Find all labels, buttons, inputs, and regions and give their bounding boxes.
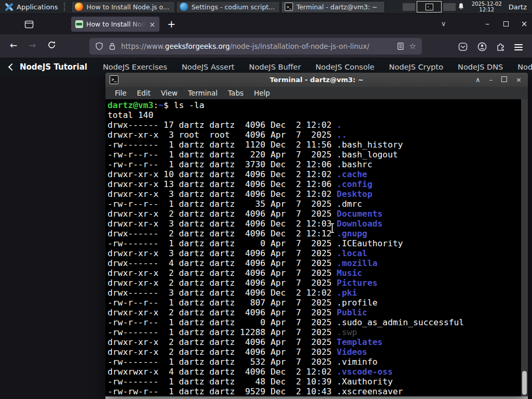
menu-help[interactable]: Help bbox=[249, 89, 275, 97]
terminal-line: drwxr-xr-x 10 dartz dartz 4096 Dec 2 12:… bbox=[108, 169, 528, 179]
menu-edit[interactable]: Edit bbox=[132, 89, 156, 97]
pocket-icon[interactable] bbox=[458, 42, 468, 52]
taskbar-button[interactable]: >_Terminal - dartz@vm3: ~ bbox=[281, 1, 385, 13]
extensions-icon[interactable] bbox=[496, 42, 506, 52]
terminal-shade-button[interactable]: ∧ bbox=[475, 73, 481, 87]
terminal-close-button[interactable]: × bbox=[516, 73, 522, 87]
subnav-item[interactable]: NodeJS DNS bbox=[458, 63, 503, 71]
terminal-line: drwx------ 17 dartz dartz 4096 Dec 2 12:… bbox=[108, 120, 528, 130]
forward-button[interactable]: → bbox=[25, 40, 39, 50]
terminal-body[interactable]: dartz@vm3:~$ ls -latotal 140drwx------ 1… bbox=[105, 99, 528, 396]
browser-tab-bar: How to Install Node.js on × + ∨ – × bbox=[0, 14, 532, 34]
browser-maximize-button[interactable] bbox=[500, 19, 512, 29]
terminal-line: -rw-r--r-- 1 dartz dartz 35 Apr 7 2025 .… bbox=[108, 199, 528, 209]
taskbar-button[interactable]: Settings - codium script... bbox=[176, 1, 280, 13]
subnav-tutorial-link[interactable]: NodeJS Tutorial bbox=[20, 62, 87, 72]
terminal-line: drwx------ 4 dartz dartz 4096 Apr 7 2025… bbox=[108, 258, 528, 268]
terminal-scrollbar[interactable] bbox=[521, 99, 528, 396]
terminal-line: drwxr-xr-x 2 dartz dartz 4096 Apr 7 2025… bbox=[108, 337, 528, 347]
subnav-item[interactable]: NodeJS Buffer bbox=[249, 63, 301, 71]
shield-icon[interactable] bbox=[95, 42, 103, 50]
url-bar[interactable]: https://www.geeksforgeeks.org/node-js/in… bbox=[89, 38, 422, 55]
terminal-line: drwxrwxr-x 4 dartz dartz 4096 Dec 2 12:0… bbox=[108, 367, 528, 377]
workspace-cell[interactable] bbox=[403, 3, 415, 11]
terminal-line: -rw------- 1 dartz dartz 0 Apr 7 2025 .I… bbox=[108, 238, 528, 248]
subnav-item[interactable]: NodeJS Exercises bbox=[103, 63, 167, 71]
terminal-window: >_ Terminal - dartz@vm3: ~ ∧ – × FileEdi… bbox=[105, 73, 528, 396]
menu-view[interactable]: View bbox=[156, 89, 183, 97]
terminal-line: drwxr-xr-x 13 dartz dartz 4096 Dec 2 12:… bbox=[108, 179, 528, 189]
terminal-window-controls: ∧ – × bbox=[475, 73, 528, 87]
taskbar-button-label: How to Install Node.js o... bbox=[86, 3, 169, 11]
menu-tabs[interactable]: Tabs bbox=[223, 89, 249, 97]
new-tab-button[interactable]: + bbox=[167, 18, 176, 30]
terminal-maximize-button[interactable] bbox=[501, 73, 507, 87]
username[interactable]: Dartz bbox=[509, 3, 527, 11]
terminal-menubar: FileEditViewTerminalTabsHelp bbox=[105, 87, 528, 99]
list-tabs-chevron-icon[interactable]: ∨ bbox=[441, 20, 446, 28]
terminal-minimize-button[interactable]: – bbox=[489, 73, 493, 87]
browser-close-button[interactable]: × bbox=[518, 19, 530, 29]
workspace-switcher[interactable]: >_ bbox=[403, 1, 456, 12]
terminal-line: drwxr-xr-x 2 dartz dartz 4096 Apr 7 2025… bbox=[108, 308, 528, 317]
clock[interactable]: 2025-12-02 12:12 bbox=[472, 1, 502, 12]
reload-button[interactable] bbox=[45, 41, 58, 51]
url-text[interactable]: https://www.geeksforgeeks.org/node-js/in… bbox=[121, 42, 392, 50]
terminal-line: -rw-r--r-- 1 dartz dartz 807 Apr 7 2025 … bbox=[108, 298, 528, 308]
taskbar-button-label: Settings - codium script... bbox=[191, 3, 274, 11]
workspace-cell-active[interactable]: >_ bbox=[417, 1, 442, 12]
panel-separator bbox=[64, 3, 69, 11]
workspace-cell[interactable] bbox=[443, 3, 456, 11]
taskbar-button[interactable]: How to Install Node.js o... bbox=[71, 1, 175, 13]
terminal-line: drwxr-xr-x 2 dartz dartz 4096 Apr 7 2025… bbox=[108, 209, 528, 219]
terminal-line: -rw-rw-r-- 1 dartz dartz 9529 Dec 2 10:4… bbox=[108, 387, 528, 396]
terminal-line: -rw------- 1 dartz dartz 1120 Dec 2 11:5… bbox=[108, 140, 528, 150]
applications-label: Applications bbox=[17, 3, 58, 11]
lock-icon[interactable] bbox=[108, 42, 116, 50]
menu-icon[interactable] bbox=[514, 43, 525, 53]
terminal-line: drwxr-xr-x 2 dartz dartz 4096 Apr 7 2025… bbox=[108, 278, 528, 288]
menu-terminal[interactable]: Terminal bbox=[183, 89, 223, 97]
applications-logo-icon bbox=[5, 3, 14, 11]
applications-menu-button[interactable]: Applications bbox=[0, 0, 62, 14]
terminal-line: drwxr-xr-x 3 dartz dartz 4096 Apr 7 2025… bbox=[108, 248, 528, 258]
terminal-line: -rw-r--r-- 1 dartz dartz 220 Apr 7 2025 … bbox=[108, 150, 528, 159]
terminal-line: total 140 bbox=[108, 110, 528, 120]
tab-close-icon[interactable]: × bbox=[149, 20, 155, 29]
terminal-output: dartz@vm3:~$ ls -latotal 140drwx------ 1… bbox=[105, 99, 528, 396]
terminal-scrollbar-thumb[interactable] bbox=[522, 371, 527, 395]
subnav-item[interactable]: NodeJS Console bbox=[315, 63, 375, 71]
back-button[interactable]: ← bbox=[7, 40, 20, 50]
browser-toolbar: ← → https://www.geeksforgeeks.org/node-j… bbox=[0, 34, 532, 58]
terminal-line: -rw------- 1 dartz dartz 12288 Apr 7 202… bbox=[108, 327, 528, 337]
firefox-view-icon[interactable] bbox=[24, 19, 34, 30]
terminal-line: dartz@vm3:~$ ls -la bbox=[108, 100, 528, 110]
terminal-titlebar[interactable]: >_ Terminal - dartz@vm3: ~ ∧ – × bbox=[105, 73, 528, 87]
geeksforgeeks-favicon-icon bbox=[75, 20, 83, 28]
terminal-line: drwxr-xr-x 3 dartz dartz 4096 Dec 2 12:0… bbox=[108, 219, 528, 229]
subnav-items: NodeJS ExercisesNodeJS AssertNodeJS Buff… bbox=[103, 63, 532, 71]
terminal-line: drwxr-xr-x 3 dartz dartz 4096 Dec 2 12:0… bbox=[108, 189, 528, 199]
chevron-left-icon[interactable] bbox=[8, 63, 16, 71]
subnav-item[interactable]: Node bbox=[517, 63, 532, 71]
terminal-line: drwx------ 3 dartz dartz 4096 Dec 2 12:0… bbox=[108, 288, 528, 298]
terminal-icon: >_ bbox=[425, 4, 433, 10]
notifications-bell-icon[interactable] bbox=[457, 2, 465, 12]
account-icon[interactable] bbox=[477, 42, 487, 52]
subnav-item[interactable]: NodeJS Crypto bbox=[389, 63, 443, 71]
terminal-line: drwxr-xr-x 3 root root 4096 Apr 7 2025 .… bbox=[108, 130, 528, 140]
subnav-item[interactable]: NodeJS Assert bbox=[182, 63, 235, 71]
terminal-line: -rw-r--r-- 1 dartz dartz 0 Apr 7 2025 .s… bbox=[108, 317, 528, 327]
terminal-line: -rw-r--r-- 1 dartz dartz 3730 Dec 2 12:0… bbox=[108, 159, 528, 169]
browser-minimize-button[interactable]: – bbox=[482, 19, 493, 29]
taskbar-button-label: Terminal - dartz@vm3: ~ bbox=[296, 3, 377, 11]
terminal-line: -rw------- 1 dartz dartz 532 Apr 7 2025 … bbox=[108, 357, 528, 367]
browser-tab[interactable]: How to Install Node.js on × bbox=[71, 17, 159, 32]
panel-task-list: How to Install Node.js o...Settings - co… bbox=[71, 1, 385, 13]
menu-file[interactable]: File bbox=[110, 89, 132, 97]
reader-mode-icon[interactable] bbox=[396, 42, 405, 50]
vscodium-icon bbox=[180, 3, 188, 11]
firefox-icon bbox=[75, 3, 83, 11]
bookmark-star-icon[interactable]: ☆ bbox=[409, 42, 416, 50]
clock-time: 12:12 bbox=[472, 7, 502, 12]
